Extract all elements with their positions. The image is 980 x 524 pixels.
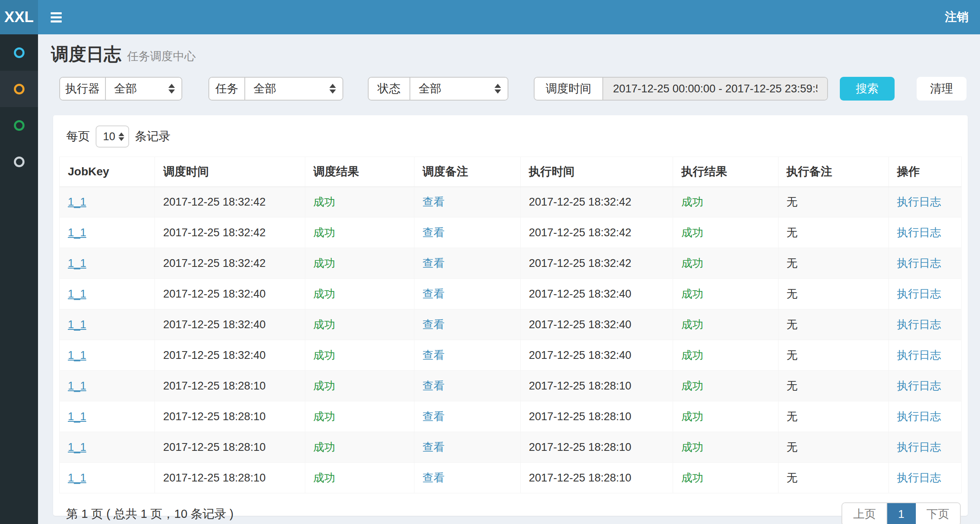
execution-log-link[interactable]: 执行日志: [897, 288, 941, 300]
jobkey-link[interactable]: 1_1: [68, 226, 86, 239]
hamburger-icon: [51, 10, 62, 25]
execution-log-link[interactable]: 执行日志: [897, 472, 941, 484]
handle-msg-cell: 无: [778, 279, 888, 309]
handle-msg-cell: 无: [778, 248, 888, 279]
execution-log-link-cell: 执行日志: [888, 309, 961, 340]
sidebar: [0, 34, 38, 524]
sidebar-item-1[interactable]: [0, 34, 38, 71]
pagination: 上页 1 下页: [841, 502, 961, 524]
page-length-select[interactable]: 10: [96, 125, 129, 148]
trigger-result-cell: 成功: [305, 401, 414, 432]
sidebar-item-4[interactable]: [0, 143, 38, 180]
table-row: 1_12017-12-25 18:28:10成功查看2017-12-25 18:…: [60, 432, 962, 463]
jobkey-link[interactable]: 1_1: [68, 472, 86, 484]
table-row: 1_12017-12-25 18:32:40成功查看2017-12-25 18:…: [60, 309, 962, 340]
trigger-msg-view-link-cell: 查看: [414, 401, 520, 432]
trigger-msg-view-link[interactable]: 查看: [423, 257, 445, 269]
jobkey-link-cell: 1_1: [60, 340, 155, 371]
trigger-msg-view-link[interactable]: 查看: [423, 380, 445, 392]
execution-log-link[interactable]: 执行日志: [897, 410, 941, 423]
trigger-msg-view-link-cell: 查看: [414, 248, 520, 279]
jobkey-link[interactable]: 1_1: [68, 441, 86, 453]
sidebar-toggle-button[interactable]: [38, 0, 74, 34]
execution-log-link[interactable]: 执行日志: [897, 380, 941, 392]
execution-log-link-cell: 执行日志: [888, 340, 961, 371]
column-header-8: 操作: [888, 157, 961, 187]
execution-log-link[interactable]: 执行日志: [897, 226, 941, 239]
jobkey-link-cell: 1_1: [60, 371, 155, 401]
table-row: 1_12017-12-25 18:32:40成功查看2017-12-25 18:…: [60, 279, 962, 309]
column-header-2: 调度时间: [155, 157, 305, 187]
prev-page-button[interactable]: 上页: [842, 503, 887, 524]
jobkey-link[interactable]: 1_1: [68, 318, 86, 331]
jobkey-link-cell: 1_1: [60, 279, 155, 309]
jobkey-link[interactable]: 1_1: [68, 196, 86, 208]
logout-link[interactable]: 注销: [933, 9, 980, 25]
trigger-msg-view-link[interactable]: 查看: [423, 410, 445, 423]
handle-msg-cell: 无: [778, 463, 888, 493]
column-header-7: 执行备注: [778, 157, 888, 187]
execution-log-link-cell: 执行日志: [888, 463, 961, 493]
jobkey-link[interactable]: 1_1: [68, 288, 86, 300]
table-footer: 第 1 页 ( 总共 1 页，10 条记录 ) 上页 1 下页: [59, 493, 962, 524]
trigger-msg-view-link[interactable]: 查看: [423, 226, 445, 239]
next-page-button[interactable]: 下页: [916, 503, 960, 524]
brand-logo[interactable]: XXL: [0, 0, 38, 34]
trigger-msg-view-link[interactable]: 查看: [423, 349, 445, 361]
current-page-button[interactable]: 1: [887, 503, 916, 524]
filter-toolbar: 执行器 全部 任务 全部 状态 全部: [38, 66, 980, 101]
jobkey-link-cell: 1_1: [60, 187, 155, 217]
trigger-msg-view-link-cell: 查看: [414, 309, 520, 340]
circle-icon: [14, 47, 25, 58]
trigger-msg-view-link[interactable]: 查看: [423, 288, 445, 300]
execution-log-link-cell: 执行日志: [888, 401, 961, 432]
job-select[interactable]: 全部: [245, 78, 342, 100]
handle-result-cell: 成功: [673, 432, 778, 463]
executor-select[interactable]: 全部: [106, 78, 181, 100]
jobkey-link[interactable]: 1_1: [68, 349, 86, 361]
jobkey-link[interactable]: 1_1: [68, 410, 86, 423]
jobkey-link-cell: 1_1: [60, 248, 155, 279]
trigger-time-cell: 2017-12-25 18:28:10: [155, 463, 305, 493]
trigger-msg-view-link-cell: 查看: [414, 463, 520, 493]
status-select[interactable]: 全部: [410, 78, 508, 100]
execution-log-link[interactable]: 执行日志: [897, 257, 941, 269]
handle-result-cell: 成功: [673, 340, 778, 371]
trigger-time-cell: 2017-12-25 18:28:10: [155, 401, 305, 432]
sidebar-item-2[interactable]: [0, 71, 38, 107]
job-filter-label: 任务: [209, 78, 245, 100]
trigger-result-cell: 成功: [305, 187, 414, 217]
sidebar-item-3[interactable]: [0, 107, 38, 143]
executor-select-value: 全部: [114, 81, 137, 96]
trigger-result-cell: 成功: [305, 217, 414, 248]
trigger-result-cell: 成功: [305, 248, 414, 279]
execution-log-link[interactable]: 执行日志: [897, 196, 941, 208]
table-row: 1_12017-12-25 18:28:10成功查看2017-12-25 18:…: [60, 371, 962, 401]
trigger-msg-view-link-cell: 查看: [414, 187, 520, 217]
jobkey-link-cell: 1_1: [60, 217, 155, 248]
execution-log-link[interactable]: 执行日志: [897, 441, 941, 453]
jobkey-link[interactable]: 1_1: [68, 380, 86, 392]
job-filter-group: 任务 全部: [208, 77, 343, 101]
handle-result-cell: 成功: [673, 463, 778, 493]
search-button[interactable]: 搜索: [840, 77, 895, 101]
trigger-time-cell: 2017-12-25 18:28:10: [155, 371, 305, 401]
trigger-time-range-input[interactable]: [603, 78, 827, 100]
executor-filter-label: 执行器: [60, 78, 106, 100]
trigger-msg-view-link[interactable]: 查看: [423, 472, 445, 484]
column-header-4: 调度备注: [414, 157, 520, 187]
execution-log-link[interactable]: 执行日志: [897, 349, 941, 361]
trigger-msg-view-link[interactable]: 查看: [423, 441, 445, 453]
jobkey-link[interactable]: 1_1: [68, 257, 86, 269]
job-select-value: 全部: [253, 81, 276, 96]
trigger-time-cell: 2017-12-25 18:32:40: [155, 279, 305, 309]
execution-log-link[interactable]: 执行日志: [897, 318, 941, 331]
handle-msg-cell: 无: [778, 217, 888, 248]
trigger-msg-view-link[interactable]: 查看: [423, 196, 445, 208]
trigger-msg-view-link[interactable]: 查看: [423, 318, 445, 331]
trigger-msg-view-link-cell: 查看: [414, 279, 520, 309]
trigger-time-cell: 2017-12-25 18:32:42: [155, 248, 305, 279]
clear-button[interactable]: 清理: [917, 77, 967, 101]
trigger-msg-view-link-cell: 查看: [414, 371, 520, 401]
jobkey-link-cell: 1_1: [60, 463, 155, 493]
